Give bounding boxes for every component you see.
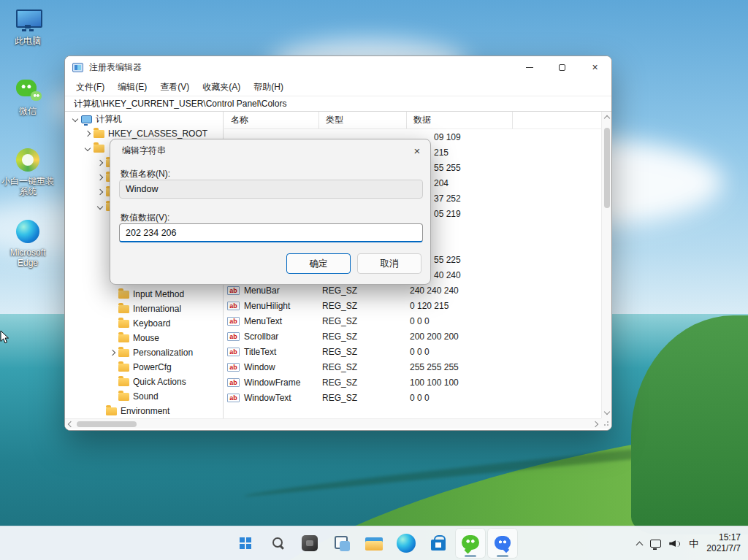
cancel-button[interactable]: 取消 <box>357 253 421 274</box>
tree-item-keyboard[interactable]: Keyboard <box>65 316 223 331</box>
volume-icon[interactable] <box>669 539 681 548</box>
task-view-icon <box>327 529 356 558</box>
chevron-down-icon[interactable] <box>97 204 103 210</box>
chevron-down-icon[interactable] <box>85 145 91 151</box>
registry-value-row-menuhilight[interactable]: abMenuHilightREG_SZ0 120 215 <box>224 298 601 313</box>
regedit-app-icon <box>72 63 83 72</box>
wechat-icon <box>13 76 42 104</box>
wechat-button[interactable] <box>456 529 485 558</box>
wechat-icon <box>456 529 485 558</box>
chevron-right-icon[interactable] <box>97 174 103 180</box>
search-button[interactable] <box>263 529 292 558</box>
menu-edit[interactable]: 编辑(E) <box>111 80 153 95</box>
store-button[interactable] <box>424 529 453 558</box>
wallpaper-hill <box>631 315 748 534</box>
taskbar-center-icons <box>231 529 517 558</box>
registry-value-row-titletext[interactable]: abTitleTextREG_SZ0 0 0 <box>224 344 601 359</box>
chevron-right-icon[interactable] <box>97 160 103 166</box>
menu-file[interactable]: 文件(F) <box>69 80 111 95</box>
value-data: 100 100 100 <box>410 377 601 388</box>
address-input[interactable] <box>65 96 611 111</box>
vertical-scroll-thumb[interactable] <box>604 128 610 208</box>
registry-value-row-scrollbar[interactable]: abScrollbarREG_SZ200 200 200 <box>224 329 601 344</box>
value-data: 0 0 0 <box>410 316 601 326</box>
tree-item-quick-actions[interactable]: Quick Actions <box>65 375 223 389</box>
task-view-button[interactable] <box>327 529 356 558</box>
scroll-left-icon[interactable] <box>68 421 74 427</box>
tree-item-input-method[interactable]: Input Method <box>65 287 223 302</box>
column-header-filler <box>513 112 601 129</box>
value-name-input[interactable] <box>119 180 423 199</box>
tree-item-personalization[interactable]: Personalization <box>65 345 223 360</box>
tree-item-environment[interactable]: Environment <box>65 404 223 418</box>
folder-icon <box>118 334 129 342</box>
desktop-icon-this-pc[interactable]: 此电脑 <box>0 6 56 46</box>
registry-value-row-window[interactable]: abWindowREG_SZ255 255 255 <box>224 359 601 375</box>
file-explorer-button[interactable] <box>359 529 389 558</box>
tray-overflow-chevron-icon[interactable] <box>636 541 644 548</box>
value-data: 240 240 240 <box>410 285 601 296</box>
desktop-icon-xiaobai[interactable]: 小白一键重装系统 <box>0 146 56 197</box>
registry-value-row-windowtext[interactable]: abWindowTextREG_SZ0 0 0 <box>224 390 601 405</box>
file-explorer-icon <box>359 529 389 558</box>
dialog-titlebar[interactable]: 编辑字符串 × <box>110 139 430 161</box>
column-header-type[interactable]: 类型 <box>319 112 407 129</box>
tree-item-sound[interactable]: Sound <box>65 389 223 404</box>
folder-icon <box>118 320 129 328</box>
vertical-scrollbar[interactable] <box>601 112 611 418</box>
tree-item-mouse[interactable]: Mouse <box>65 331 223 345</box>
value-name: MenuBar <box>244 285 280 296</box>
horizontal-scrollbar[interactable] <box>65 418 601 429</box>
edge-icon <box>13 218 42 245</box>
registry-value-row-menubar[interactable]: abMenuBarREG_SZ240 240 240 <box>224 283 601 298</box>
registry-value-row-windowframe[interactable]: abWindowFrameREG_SZ100 100 100 <box>224 375 601 390</box>
minimize-button[interactable] <box>513 56 546 78</box>
start-button[interactable] <box>231 529 260 558</box>
reg-sz-icon: ab <box>227 378 240 387</box>
dialog-buttons: 确定 取消 <box>286 253 421 274</box>
tree-item-international[interactable]: International <box>65 302 223 316</box>
tree-item-label: HKEY_CLASSES_ROOT <box>108 129 207 139</box>
maximize-button[interactable] <box>546 56 579 78</box>
wecom-button[interactable] <box>488 529 517 558</box>
tree-item-label: 计算机 <box>96 113 122 126</box>
chevron-right-icon[interactable] <box>97 189 103 195</box>
value-data-input[interactable] <box>119 223 423 242</box>
scroll-up-icon[interactable] <box>604 115 610 121</box>
menu-help[interactable]: 帮助(H) <box>247 80 290 95</box>
regedit-titlebar[interactable]: 注册表编辑器 × <box>65 56 611 78</box>
minimize-icon <box>526 67 533 68</box>
scroll-right-icon[interactable] <box>592 421 598 427</box>
resize-grip[interactable] <box>601 418 611 429</box>
maximize-icon <box>559 64 565 71</box>
clock[interactable]: 15:17 2021/7/7 <box>706 533 741 554</box>
folder-icon <box>118 393 129 401</box>
chevron-down-icon[interactable] <box>72 116 78 122</box>
chevron-right-icon[interactable] <box>85 131 91 137</box>
tree-item-计算机[interactable]: 计算机 <box>65 112 223 126</box>
desktop-icon-label: Microsoft Edge <box>0 248 56 269</box>
desktop-icon-column: 此电脑微信小白一键重装系统Microsoft Edge <box>0 0 66 526</box>
network-icon[interactable] <box>650 540 661 548</box>
ime-indicator[interactable]: 中 <box>689 537 698 551</box>
column-header-data[interactable]: 数据 <box>407 112 513 129</box>
tree-item-powercfg[interactable]: PowerCfg <box>65 360 223 375</box>
close-icon: × <box>414 145 421 157</box>
menu-favorites[interactable]: 收藏夹(A) <box>196 80 247 95</box>
ok-button[interactable]: 确定 <box>286 253 351 274</box>
desktop-icon-wechat[interactable]: 微信 <box>0 76 56 116</box>
chevron-right-icon[interactable] <box>110 350 115 356</box>
horizontal-scroll-thumb[interactable] <box>77 421 137 427</box>
value-data: 200 200 200 <box>410 331 601 342</box>
column-header-name[interactable]: 名称 <box>224 112 319 129</box>
edge-button[interactable] <box>392 529 421 558</box>
chevron-slot <box>94 175 106 180</box>
registry-value-row-menutext[interactable]: abMenuTextREG_SZ0 0 0 <box>224 313 601 329</box>
menu-view[interactable]: 查看(V) <box>153 80 196 95</box>
dialog-close-button[interactable]: × <box>404 139 430 161</box>
app-dark-button[interactable] <box>295 529 324 558</box>
close-button[interactable]: × <box>579 56 611 78</box>
scroll-down-icon[interactable] <box>604 409 610 415</box>
chevron-slot <box>107 350 118 355</box>
desktop-icon-edge[interactable]: Microsoft Edge <box>0 218 56 269</box>
